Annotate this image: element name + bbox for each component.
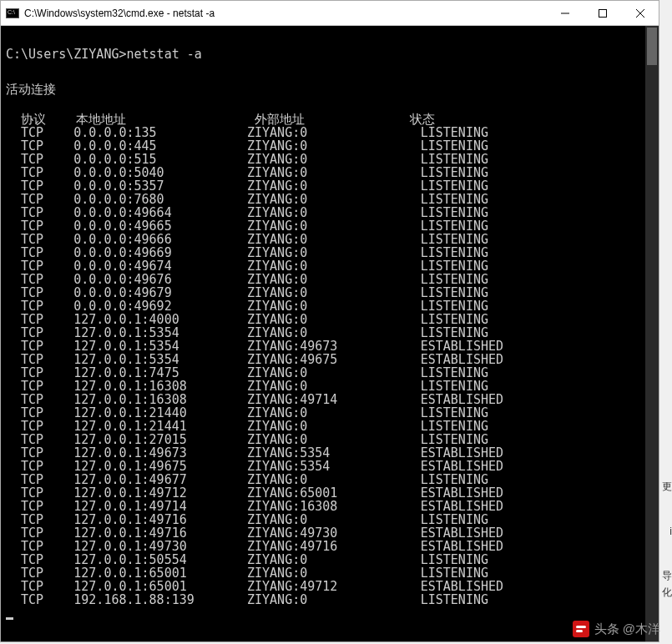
table-row: TCP 0.0.0.0:49692 ZIYANG:0 LISTENING xyxy=(6,299,654,313)
titlebar[interactable]: C:\Windows\system32\cmd.exe - netstat -a xyxy=(1,1,659,26)
table-row: TCP 0.0.0.0:49665 ZIYANG:0 LISTENING xyxy=(6,219,654,233)
table-row: TCP 0.0.0.0:49664 ZIYANG:0 LISTENING xyxy=(6,206,654,219)
table-row: TCP 127.0.0.1:49675 ZIYANG:5354 ESTABLIS… xyxy=(6,460,654,473)
table-row: TCP 127.0.0.1:49714 ZIYANG:16308 ESTABLI… xyxy=(6,500,654,513)
table-row: TCP 192.168.1.88:139 ZIYANG:0 LISTENING xyxy=(6,593,654,606)
table-row: TCP 127.0.0.1:49677 ZIYANG:0 LISTENING xyxy=(6,473,654,486)
edge-text: 导 xyxy=(662,569,672,583)
minimize-icon xyxy=(561,9,569,18)
window-controls xyxy=(546,1,659,25)
maximize-button[interactable] xyxy=(584,1,621,25)
table-row: TCP 127.0.0.1:16308 ZIYANG:0 LISTENING xyxy=(6,380,654,393)
scrollbar-thumb[interactable] xyxy=(647,28,657,65)
edge-text: 更 xyxy=(662,480,672,494)
table-row: TCP 0.0.0.0:515 ZIYANG:0 LISTENING xyxy=(6,153,654,166)
terminal-area[interactable]: C:\Users\ZIYANG>netstat -a 活动连接 协议 本地地址 … xyxy=(1,26,659,641)
table-row: TCP 127.0.0.1:65001 ZIYANG:0 LISTENING xyxy=(6,566,654,580)
table-row: TCP 0.0.0.0:5357 ZIYANG:0 LISTENING xyxy=(6,179,654,193)
table-row: TCP 127.0.0.1:7475 ZIYANG:0 LISTENING xyxy=(6,366,654,380)
table-row: TCP 127.0.0.1:49716 ZIYANG:0 LISTENING xyxy=(6,513,654,526)
table-row: TCP 127.0.0.1:49716 ZIYANG:49730 ESTABLI… xyxy=(6,526,654,540)
window-title: C:\Windows\system32\cmd.exe - netstat -a xyxy=(24,8,546,19)
table-row: TCP 127.0.0.1:49712 ZIYANG:65001 ESTABLI… xyxy=(6,486,654,500)
table-row: TCP 127.0.0.1:5354 ZIYANG:49673 ESTABLIS… xyxy=(6,340,654,353)
svg-rect-1 xyxy=(599,9,606,17)
connection-rows: TCP 0.0.0.0:135 ZIYANG:0 LISTENING TCP 0… xyxy=(6,126,654,606)
table-row: TCP 0.0.0.0:49676 ZIYANG:0 LISTENING xyxy=(6,273,654,286)
table-row: TCP 127.0.0.1:49673 ZIYANG:5354 ESTABLIS… xyxy=(6,446,654,460)
close-button[interactable] xyxy=(621,1,659,25)
table-row: TCP 0.0.0.0:7680 ZIYANG:0 LISTENING xyxy=(6,193,654,206)
table-row: TCP 127.0.0.1:4000 ZIYANG:0 LISTENING xyxy=(6,313,654,326)
command: netstat -a xyxy=(127,47,202,62)
edge-text: 化 xyxy=(662,586,672,600)
table-row: TCP 127.0.0.1:16308 ZIYANG:49714 ESTABLI… xyxy=(6,393,654,406)
table-row: TCP 127.0.0.1:21440 ZIYANG:0 LISTENING xyxy=(6,406,654,420)
table-row: TCP 0.0.0.0:135 ZIYANG:0 LISTENING xyxy=(6,126,654,139)
scrollbar[interactable] xyxy=(645,26,659,641)
watermark: 头条 @木洋 xyxy=(573,621,660,637)
table-row: TCP 0.0.0.0:49666 ZIYANG:0 LISTENING xyxy=(6,233,654,246)
table-row: TCP 127.0.0.1:49730 ZIYANG:49716 ESTABLI… xyxy=(6,540,654,553)
watermark-text: 头条 @木洋 xyxy=(594,621,660,637)
table-row: TCP 0.0.0.0:49679 ZIYANG:0 LISTENING xyxy=(6,286,654,299)
minimize-button[interactable] xyxy=(546,1,584,25)
table-row: TCP 127.0.0.1:21441 ZIYANG:0 LISTENING xyxy=(6,420,654,433)
column-headers: 协议 本地地址 外部地址 状态 xyxy=(6,113,654,126)
table-row: TCP 0.0.0.0:49669 ZIYANG:0 LISTENING xyxy=(6,246,654,259)
table-row: TCP 127.0.0.1:27015 ZIYANG:0 LISTENING xyxy=(6,433,654,446)
table-row: TCP 0.0.0.0:445 ZIYANG:0 LISTENING xyxy=(6,139,654,153)
toutiao-icon xyxy=(573,621,589,637)
table-row: TCP 0.0.0.0:49674 ZIYANG:0 LISTENING xyxy=(6,259,654,273)
section-title: 活动连接 xyxy=(6,83,654,96)
cursor xyxy=(6,617,13,620)
cmd-window: C:\Windows\system32\cmd.exe - netstat -a… xyxy=(0,0,659,642)
table-row: TCP 127.0.0.1:5354 ZIYANG:0 LISTENING xyxy=(6,326,654,340)
close-icon xyxy=(636,9,644,18)
cmd-icon xyxy=(6,8,19,18)
table-row: TCP 0.0.0.0:5040 ZIYANG:0 LISTENING xyxy=(6,166,654,179)
maximize-icon xyxy=(599,9,607,18)
prompt-line: C:\Users\ZIYANG>netstat -a xyxy=(6,48,654,61)
table-row: TCP 127.0.0.1:5354 ZIYANG:49675 ESTABLIS… xyxy=(6,353,654,366)
table-row: TCP 127.0.0.1:65001 ZIYANG:49712 ESTABLI… xyxy=(6,580,654,593)
table-row: TCP 127.0.0.1:50554 ZIYANG:0 LISTENING xyxy=(6,553,654,566)
prompt: C:\Users\ZIYANG> xyxy=(6,47,127,62)
